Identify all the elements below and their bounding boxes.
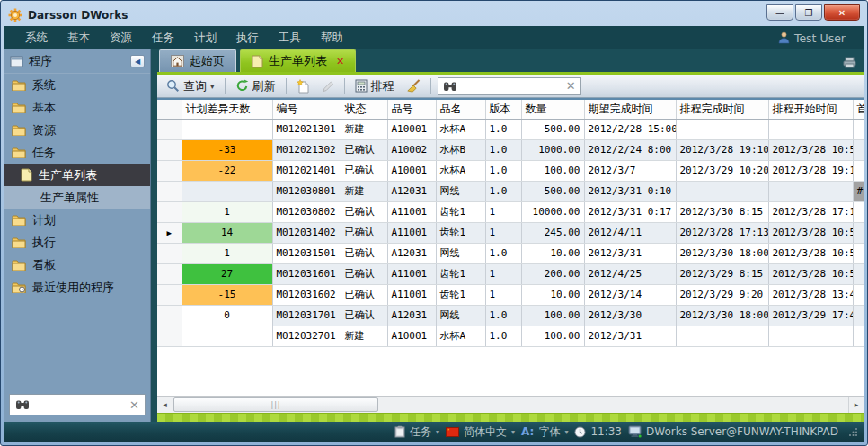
column-header-qty[interactable]: 数量 [521, 100, 584, 119]
minimize-button[interactable]: — [766, 4, 793, 21]
cell-version[interactable]: 1 [485, 263, 521, 284]
cell-due-time[interactable]: 2012/3/31 0:10 [584, 181, 676, 201]
cell-item-name[interactable]: 水杯A [436, 160, 485, 181]
cell-item-name[interactable]: 网线 [436, 181, 485, 201]
refresh-button[interactable]: 刷新 [232, 76, 279, 96]
cell-item-name[interactable]: 齿轮1 [436, 201, 485, 222]
cell-plan-diff-days[interactable]: -22 [182, 160, 272, 181]
sidebar-item-6[interactable]: 计划 [4, 209, 150, 231]
cell-status[interactable]: 已确认 [341, 284, 387, 305]
resize-grip-icon[interactable] [848, 427, 858, 437]
row-header[interactable] [157, 284, 182, 305]
cell-sched-start-time[interactable]: 2012/3/28 10:52 [768, 222, 853, 243]
cell-sched-end-time[interactable]: 2012/3/30 8:15 [676, 201, 768, 222]
row-header[interactable] [157, 139, 182, 160]
cell-plan-diff-days[interactable]: 1 [182, 201, 272, 222]
sidebar-item-7[interactable]: 执行 [4, 231, 150, 254]
row-header[interactable] [157, 263, 182, 284]
cell-sched-end-time[interactable] [676, 326, 768, 346]
schedule-button[interactable]: 排程 [351, 76, 398, 96]
cell-sched-start-time[interactable]: 2012/3/28 17:13 [768, 201, 853, 222]
cell-version[interactable]: 1.0 [485, 326, 521, 346]
cell-plan-diff-days[interactable]: -15 [182, 284, 272, 305]
cell-item-no[interactable]: A11001 [387, 284, 436, 305]
cell-sched-start-time[interactable]: 2012/3/29 17:46 [768, 305, 853, 326]
font-dropdown[interactable]: A: 字体 ▾ [521, 424, 568, 440]
cell-status[interactable]: 已确认 [341, 160, 387, 181]
menu-item-7[interactable]: 帮助 [311, 26, 353, 49]
cell-sched-end-time[interactable]: 2012/3/29 9:20 [676, 284, 768, 305]
row-header[interactable] [157, 305, 182, 326]
cell-flag[interactable] [853, 119, 864, 139]
cell-qty[interactable]: 200.00 [521, 263, 584, 284]
cell-due-time[interactable]: 2012/3/31 [584, 326, 676, 346]
clean-button[interactable] [403, 77, 424, 94]
sidebar-item-0[interactable]: 系统 [4, 74, 150, 96]
cell-item-name[interactable]: 水杯A [436, 119, 485, 139]
cell-version[interactable]: 1.0 [485, 139, 521, 160]
cell-status[interactable]: 已确认 [341, 139, 387, 160]
edit-button[interactable] [318, 78, 338, 94]
cell-item-no[interactable]: A11001 [387, 201, 436, 222]
cell-plan-diff-days[interactable]: 0 [182, 305, 272, 326]
cell-due-time[interactable]: 2012/2/24 8:00 [584, 139, 676, 160]
cell-order-no[interactable]: M012021401 [272, 160, 341, 181]
cell-flag[interactable] [853, 284, 864, 305]
sidebar-splitter[interactable] [151, 49, 157, 422]
cell-status[interactable]: 已确认 [341, 243, 387, 263]
cell-status[interactable]: 新建 [341, 326, 387, 346]
cell-sched-end-time[interactable]: 2012/3/30 18:00 [676, 305, 768, 326]
cell-sched-start-time[interactable] [768, 181, 853, 201]
cell-version[interactable]: 1.0 [485, 243, 521, 263]
sidebar-search-clear-icon[interactable]: ✕ [129, 398, 139, 412]
cell-qty[interactable]: 10.00 [521, 284, 584, 305]
cell-order-no[interactable]: M012031602 [272, 284, 341, 305]
cell-due-time[interactable]: 2012/3/30 [584, 305, 676, 326]
cell-order-no[interactable]: M012030801 [272, 181, 341, 201]
sidebar-item-5[interactable]: 生产单属性 [4, 186, 150, 209]
cell-flag[interactable] [853, 243, 864, 263]
cell-order-no[interactable]: M012031501 [272, 243, 341, 263]
cell-sched-end-time[interactable] [676, 119, 768, 139]
row-header[interactable] [157, 160, 182, 181]
cell-flag[interactable] [853, 222, 864, 243]
cell-order-no[interactable]: M012031601 [272, 263, 341, 284]
cell-status[interactable]: 已确认 [341, 201, 387, 222]
cell-due-time[interactable]: 2012/4/11 [584, 222, 676, 243]
cell-qty[interactable]: 10000.00 [521, 201, 584, 222]
cell-status[interactable]: 已确认 [341, 222, 387, 243]
cell-flag[interactable]: # [853, 181, 864, 201]
row-header[interactable] [157, 181, 182, 201]
toolbar-search-input[interactable] [462, 80, 562, 93]
menu-item-6[interactable]: 工具 [269, 26, 311, 49]
grid-corner-cell[interactable] [157, 100, 182, 119]
cell-sched-end-time[interactable]: 2012/3/28 17:13 [676, 222, 768, 243]
cell-plan-diff-days[interactable]: 27 [182, 263, 272, 284]
cell-sched-end-time[interactable]: 2012/3/30 18:00 [676, 243, 768, 263]
sidebar-item-4[interactable]: 生产单列表 [4, 164, 150, 186]
column-header-item-name[interactable]: 品名 [436, 100, 485, 119]
cell-qty[interactable]: 100.00 [521, 160, 584, 181]
cell-sched-start-time[interactable] [768, 119, 853, 139]
sidebar-item-3[interactable]: 任务 [4, 141, 150, 164]
task-dropdown[interactable]: 任务 ▾ [394, 424, 439, 440]
menu-item-1[interactable]: 基本 [58, 26, 100, 49]
cell-version[interactable]: 1.0 [485, 119, 521, 139]
cell-item-name[interactable]: 齿轮1 [436, 222, 485, 243]
cell-qty[interactable]: 100.00 [521, 326, 584, 346]
cell-flag[interactable] [853, 326, 864, 346]
cell-sched-start-time[interactable]: 2012/3/28 10:52 [768, 139, 853, 160]
column-header-sched-start-time[interactable]: 排程开始时间 [768, 100, 853, 119]
cell-version[interactable]: 1.0 [485, 305, 521, 326]
cell-sched-end-time[interactable]: 2012/3/29 10:20 [676, 160, 768, 181]
cell-flag[interactable] [853, 305, 864, 326]
cell-order-no[interactable]: M012021302 [272, 139, 341, 160]
new-order-button[interactable] [293, 77, 314, 95]
cell-plan-diff-days[interactable]: 14 [182, 222, 272, 243]
cell-due-time[interactable]: 2012/3/14 [584, 284, 676, 305]
row-header[interactable] [157, 326, 182, 346]
sidebar-search-input[interactable] [34, 398, 125, 411]
cell-qty[interactable]: 500.00 [521, 181, 584, 201]
cell-order-no[interactable]: M012032701 [272, 326, 341, 346]
horizontal-scrollbar[interactable]: ◂ ||| ▸ [157, 396, 864, 413]
